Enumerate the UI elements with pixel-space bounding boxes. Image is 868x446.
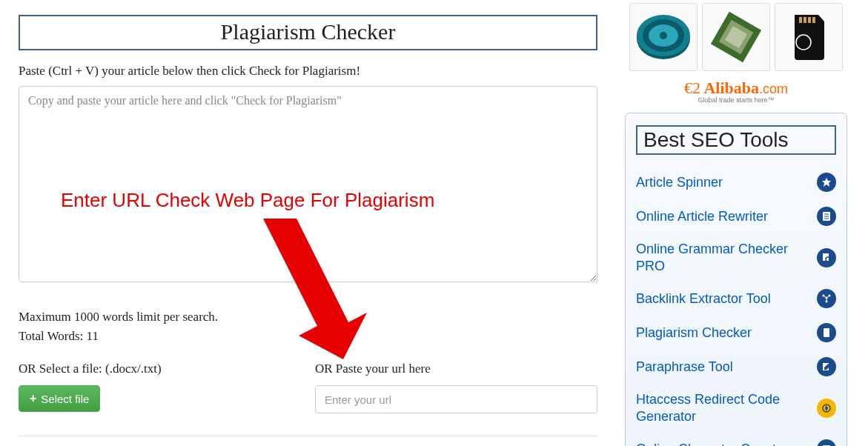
url-input-label: OR Paste your url here <box>315 362 597 376</box>
svg-line-19 <box>829 261 831 262</box>
tool-backlink-extractor[interactable]: Backlink Extractor Tool <box>636 282 836 316</box>
network-icon <box>817 289 836 308</box>
sidebar: €2 Alibaba.com Global trade starts here™… <box>616 0 868 446</box>
select-file-button[interactable]: + Select file <box>19 385 100 412</box>
page-title-box: Plagiarism Checker <box>19 15 597 50</box>
svg-line-24 <box>824 296 826 298</box>
main-column: Plagiarism Checker Paste (Ctrl + V) your… <box>0 0 616 446</box>
svg-rect-8 <box>799 17 802 23</box>
svg-rect-9 <box>804 17 806 23</box>
tool-htaccess-redirect[interactable]: Htaccess Redirect Code Generator <box>636 384 836 432</box>
tool-paraphrase[interactable]: Paraphrase Tool <box>636 350 836 384</box>
article-textarea[interactable] <box>19 86 597 282</box>
limits-block: Maximum 1000 words limit per search. Tot… <box>19 307 597 345</box>
svg-rect-27 <box>824 328 829 337</box>
ad-suffix: .com <box>759 81 788 96</box>
url-input[interactable] <box>315 385 597 413</box>
tool-article-rewriter[interactable]: Online Article Rewriter <box>636 199 836 233</box>
url-column: OR Paste your url here <box>315 362 597 413</box>
pencil-doc-icon <box>817 357 836 376</box>
tool-label: Article Spinner <box>636 174 723 191</box>
ad-thumb-cushion[interactable] <box>629 3 698 71</box>
tool-label: Online Article Rewriter <box>636 208 768 225</box>
spinner-icon <box>817 173 836 192</box>
input-options-row: OR Select a file: (.docx/.txt) + Select … <box>19 362 597 413</box>
tool-plagiarism-checker[interactable]: Plagiarism Checker <box>636 316 836 350</box>
tool-label: Backlink Extractor Tool <box>636 290 771 307</box>
document-lines-icon <box>817 207 836 226</box>
svg-rect-11 <box>812 17 815 23</box>
ad-thumbnails <box>625 3 847 71</box>
page-title: Plagiarism Checker <box>20 19 596 44</box>
svg-line-25 <box>826 296 829 298</box>
ad-thumb-cpu[interactable] <box>702 3 770 71</box>
tool-character-counter[interactable]: Online Character Counter 123 <box>636 432 836 446</box>
file-column: OR Select a file: (.docx/.txt) + Select … <box>19 362 315 413</box>
sidebar-panel: Best SEO Tools Article Spinner Online Ar… <box>625 113 847 446</box>
total-words-text: Total Words: 11 <box>19 327 597 346</box>
max-words-text: Maximum 1000 words limit per search. <box>19 307 597 327</box>
tool-label: Htaccess Redirect Code Generator <box>636 391 799 425</box>
svg-rect-10 <box>808 17 811 23</box>
magnify-doc-icon <box>817 248 836 267</box>
tool-list: Article Spinner Online Article Rewriter … <box>636 165 836 446</box>
divider <box>19 436 597 436</box>
document-icon <box>817 323 836 342</box>
sidebar-title: Best SEO Tools <box>636 125 836 155</box>
ad-brand: Alibaba <box>703 79 759 97</box>
tool-article-spinner[interactable]: Article Spinner <box>636 165 836 199</box>
ad-logo[interactable]: €2 Alibaba.com Global trade starts here™ <box>625 79 847 104</box>
instruction-text: Paste (Ctrl + V) your article below then… <box>19 64 597 79</box>
app-root: Plagiarism Checker Paste (Ctrl + V) your… <box>0 0 868 446</box>
tool-label: Online Character Counter <box>636 441 788 446</box>
svg-point-4 <box>660 32 667 39</box>
tool-grammar-checker[interactable]: Online Grammar Checker PRO <box>636 233 836 282</box>
select-file-label: Select file <box>41 393 89 405</box>
tool-label: Plagiarism Checker <box>636 324 752 342</box>
compass-icon <box>817 399 836 418</box>
tool-label: Online Grammar Checker PRO <box>636 241 799 274</box>
plus-icon: + <box>30 392 36 405</box>
counter-icon: 123 <box>817 439 836 446</box>
tool-label: Paraphrase Tool <box>636 359 733 376</box>
ad-tagline: Global trade starts here™ <box>625 96 847 104</box>
file-select-label: OR Select a file: (.docx/.txt) <box>19 362 315 376</box>
ad-thumb-sdcard[interactable] <box>775 3 843 71</box>
